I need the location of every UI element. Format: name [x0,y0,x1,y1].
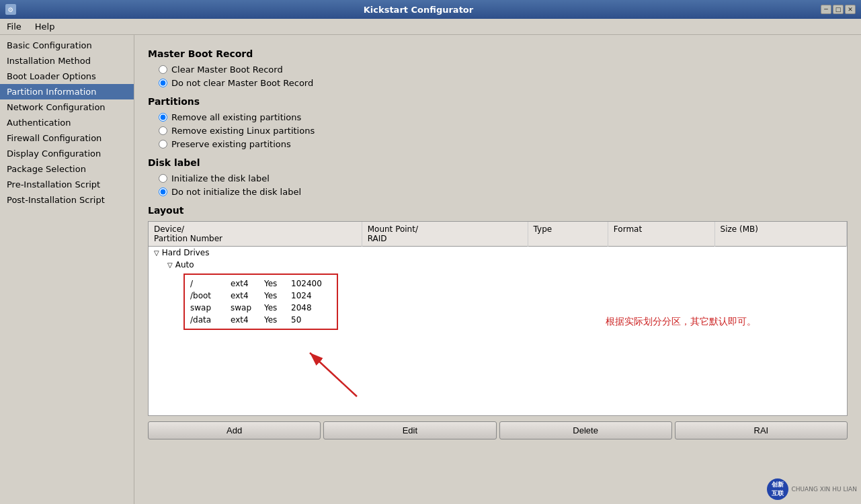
part-remove-all-radio[interactable] [159,113,167,122]
close-button[interactable]: ✕ [845,5,856,14]
menu-bar: File Help [0,19,861,35]
partitions-box: / ext4 Yes 102400 /boot ext4 Yes 1024 [183,274,338,330]
disk-no-init-label: Do not initialize the disk label [171,187,301,197]
sidebar: Basic Configuration Installation Method … [0,35,134,504]
sidebar-item-installation-method[interactable]: Installation Method [0,53,134,69]
disk-label-section: Disk label Initialize the disk label Do … [148,157,848,197]
sidebar-item-basic-config[interactable]: Basic Configuration [0,38,134,53]
auto-collapse-icon[interactable]: ▽ [167,261,173,269]
watermark-logo: 创新互联 [767,478,788,500]
sidebar-item-display-configuration[interactable]: Display Configuration [0,146,134,161]
partition-format-root: Yes [264,279,291,288]
sidebar-item-package-selection[interactable]: Package Selection [0,161,134,177]
layout-section: Layout Device/Partition Number Mount Poi… [148,205,848,416]
part-preserve-label: Preserve existing partitions [171,139,291,149]
window-title: Kickstart Configurator [16,5,821,15]
watermark: 创新互联 CHUANG XIN HU LIAN [767,478,857,500]
part-remove-linux-label: Remove existing Linux partitions [171,126,315,136]
partition-device-swap: swap [190,303,231,312]
sidebar-item-partition-information[interactable]: Partition Information [0,84,134,99]
part-remove-all-row[interactable]: Remove all existing partitions [159,112,848,122]
disk-no-init-row[interactable]: Do not initialize the disk label [159,187,848,197]
mbr-clear-row[interactable]: Clear Master Boot Record [159,65,848,75]
disk-label-radio-group: Initialize the disk label Do not initial… [159,173,848,197]
part-preserve-row[interactable]: Preserve existing partitions [159,139,848,149]
mbr-no-clear-label: Do not clear Master Boot Record [171,78,313,88]
annotation-text: 根据实际划分分区，其它默认即可。 [606,316,756,328]
edit-button[interactable]: Edit [323,421,496,439]
col-device: Device/Partition Number [149,222,362,247]
col-mountpoint: Mount Point/RAID [362,222,528,247]
partition-format-swap: Yes [264,303,291,312]
partitions-heading: Partitions [148,96,848,107]
hard-drives-collapse-icon[interactable]: ▽ [154,249,159,257]
disk-no-init-radio[interactable] [159,187,167,196]
disk-label-heading: Disk label [148,157,848,168]
mbr-no-clear-radio[interactable] [159,79,167,87]
watermark-text: CHUANG XIN HU LIAN [791,486,857,493]
disk-init-radio[interactable] [159,174,167,183]
raid-button[interactable]: RAI [675,421,848,439]
main-container: Basic Configuration Installation Method … [0,35,861,504]
annotation-arrow [296,346,377,400]
content-area: Master Boot Record Clear Master Boot Rec… [134,35,861,504]
svg-line-1 [310,353,357,396]
partitions-section: Partitions Remove all existing partition… [148,96,848,149]
sidebar-item-post-installation-script[interactable]: Post-Installation Script [0,192,134,208]
add-button[interactable]: Add [148,421,321,439]
layout-table-container: Device/Partition Number Mount Point/RAID… [148,221,848,416]
mbr-clear-label: Clear Master Boot Record [171,65,283,75]
disk-init-label: Initialize the disk label [171,173,270,183]
app-icon: ⚙ [5,4,16,15]
sidebar-item-boot-loader-options[interactable]: Boot Loader Options [0,69,134,84]
part-preserve-radio[interactable] [159,140,167,149]
menu-help[interactable]: Help [31,20,59,33]
title-bar: ⚙ Kickstart Configurator ─ □ ✕ [0,0,861,19]
menu-file[interactable]: File [3,20,26,33]
partition-size-boot: 1024 [291,291,331,300]
partition-size-swap: 2048 [291,303,331,312]
partition-size-root: 102400 [291,279,331,288]
partition-device-data: /data [190,315,231,325]
partition-format-boot: Yes [264,291,291,300]
layout-table: Device/Partition Number Mount Point/RAID… [149,222,847,247]
part-remove-linux-radio[interactable] [159,126,167,135]
delete-button[interactable]: Delete [499,421,672,439]
mbr-heading: Master Boot Record [148,48,848,59]
partition-format-data: Yes [264,315,291,325]
partition-type-data: ext4 [231,315,264,325]
partition-row-data: /data ext4 Yes 50 [190,314,331,326]
partition-size-data: 50 [291,315,331,325]
layout-heading: Layout [148,205,848,216]
partition-type-root: ext4 [231,279,264,288]
bottom-buttons: Add Edit Delete RAI [148,421,848,439]
part-remove-linux-row[interactable]: Remove existing Linux partitions [159,126,848,136]
sidebar-item-pre-installation-script[interactable]: Pre-Installation Script [0,177,134,192]
master-boot-record-section: Master Boot Record Clear Master Boot Rec… [148,48,848,88]
sidebar-item-firewall-configuration[interactable]: Firewall Configuration [0,130,134,146]
partition-device-root: / [190,279,231,288]
mbr-radio-group: Clear Master Boot Record Do not clear Ma… [159,65,848,88]
col-size: Size (MB) [714,222,846,247]
partition-row-swap: swap swap Yes 2048 [190,302,331,314]
disk-init-row[interactable]: Initialize the disk label [159,173,848,183]
partition-type-swap: swap [231,303,264,312]
part-remove-all-label: Remove all existing partitions [171,112,301,122]
sidebar-item-authentication[interactable]: Authentication [0,115,134,130]
col-format: Format [608,222,714,247]
mbr-no-clear-row[interactable]: Do not clear Master Boot Record [159,78,848,88]
hard-drives-label: ▽ Hard Drives [149,247,847,259]
auto-label: ▽ Auto [162,259,847,271]
partition-row-root: / ext4 Yes 102400 [190,278,331,290]
partitions-radio-group: Remove all existing partitions Remove ex… [159,112,848,149]
minimize-button[interactable]: ─ [821,5,831,14]
partition-type-boot: ext4 [231,291,264,300]
maximize-button[interactable]: □ [833,5,844,14]
partition-row-boot: /boot ext4 Yes 1024 [190,290,331,302]
window-controls: ─ □ ✕ [821,5,856,14]
sidebar-item-network-configuration[interactable]: Network Configuration [0,99,134,115]
col-type: Type [528,222,608,247]
partition-device-boot: /boot [190,291,231,300]
mbr-clear-radio[interactable] [159,65,167,74]
